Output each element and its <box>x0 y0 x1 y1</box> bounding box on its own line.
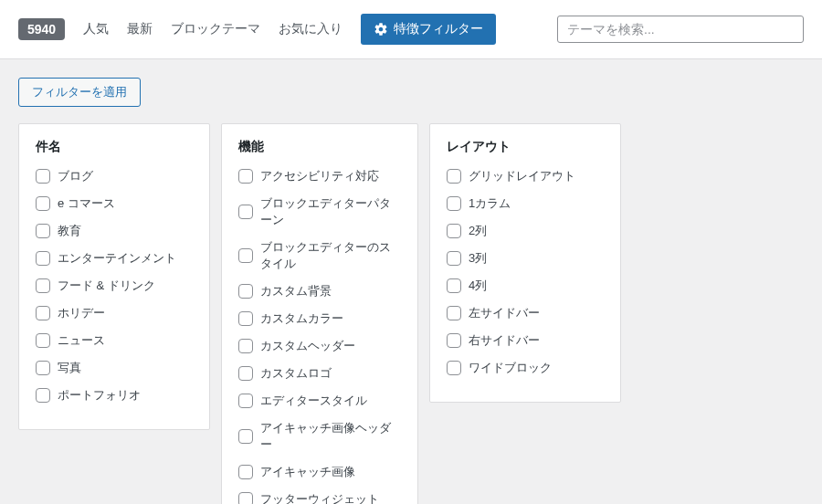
filter-checkbox[interactable] <box>447 169 461 184</box>
filter-item[interactable]: エンターテインメント <box>36 250 193 267</box>
filter-checkbox[interactable] <box>238 205 253 219</box>
filter-item[interactable]: ワイドブロック <box>447 360 604 376</box>
filter-item[interactable]: 左サイドバー <box>447 305 604 321</box>
filter-item[interactable]: 1カラム <box>447 195 604 212</box>
filter-checkbox[interactable] <box>447 361 461 375</box>
top-bar: 5940 人気 最新 ブロックテーマ お気に入り 特徴フィルター <box>0 0 822 59</box>
filter-item[interactable]: 右サイドバー <box>447 332 604 349</box>
search-wrap <box>557 16 804 43</box>
filter-checkbox[interactable] <box>238 429 253 444</box>
filter-checkbox[interactable] <box>238 169 253 184</box>
filter-item-label: ワイドブロック <box>469 360 552 376</box>
filter-checkbox[interactable] <box>36 333 50 348</box>
apply-filters-button[interactable]: フィルターを適用 <box>18 78 141 107</box>
filter-item[interactable]: ニュース <box>36 332 193 349</box>
filter-checkbox[interactable] <box>238 339 253 353</box>
filter-item-label: ブロックエディターのスタイル <box>260 239 401 272</box>
filter-item-label: エディタースタイル <box>260 393 367 409</box>
filter-checkbox[interactable] <box>238 248 253 263</box>
filter-item[interactable]: フード & ドリンク <box>36 278 193 294</box>
filter-item[interactable]: カスタムカラー <box>238 310 401 327</box>
filter-checkbox[interactable] <box>36 278 50 293</box>
search-input[interactable] <box>557 16 804 43</box>
tab-block-themes[interactable]: ブロックテーマ <box>171 21 260 37</box>
feature-filter-button[interactable]: 特徴フィルター <box>361 14 496 45</box>
feature-filter-label: 特徴フィルター <box>394 21 483 37</box>
filter-checkbox[interactable] <box>36 169 50 184</box>
filter-checkbox[interactable] <box>36 388 50 403</box>
filter-checkbox[interactable] <box>447 196 461 211</box>
filter-col-title: レイアウト <box>447 139 604 155</box>
tab-latest[interactable]: 最新 <box>127 21 153 37</box>
filter-item-label: 2列 <box>469 223 487 239</box>
filter-item-label: 左サイドバー <box>469 305 540 321</box>
filter-item-label: カスタムカラー <box>260 310 343 327</box>
filter-item[interactable]: ホリデー <box>36 305 193 321</box>
filter-checkbox[interactable] <box>238 394 253 408</box>
filter-item[interactable]: ブログ <box>36 168 193 184</box>
filter-item[interactable]: ブロックエディターパターン <box>238 195 401 228</box>
filter-checkbox[interactable] <box>36 224 50 238</box>
filter-checkbox[interactable] <box>447 333 461 348</box>
filter-checkbox[interactable] <box>447 306 461 320</box>
filter-item[interactable]: アイキャッチ画像ヘッダー <box>238 420 401 453</box>
filter-col-layout: レイアウト グリッドレイアウト1カラム2列3列4列左サイドバー右サイドバーワイド… <box>429 123 621 403</box>
filter-item-label: カスタムロゴ <box>260 365 332 382</box>
filter-checkbox[interactable] <box>447 224 461 238</box>
filter-col-subject: 件名 ブログe コマース教育エンターテインメントフード & ドリンクホリデーニュ… <box>18 123 210 430</box>
filter-item-label: フード & ドリンク <box>58 278 155 294</box>
filter-item-label: ポートフォリオ <box>58 387 141 404</box>
filter-item-label: 1カラム <box>469 195 511 212</box>
filter-item-label: 4列 <box>469 278 487 294</box>
filter-col-features: 機能 アクセシビリティ対応ブロックエディターパターンブロックエディターのスタイル… <box>221 123 418 504</box>
filter-item-label: ニュース <box>58 332 105 349</box>
filter-list-layout: グリッドレイアウト1カラム2列3列4列左サイドバー右サイドバーワイドブロック <box>447 168 604 376</box>
filter-item[interactable]: アクセシビリティ対応 <box>238 168 401 184</box>
filter-item-label: ホリデー <box>58 305 105 321</box>
filter-checkbox[interactable] <box>447 251 461 266</box>
tab-favorites[interactable]: お気に入り <box>279 21 342 37</box>
filter-item[interactable]: 2列 <box>447 223 604 239</box>
theme-count-badge: 5940 <box>18 18 65 40</box>
filter-col-title: 機能 <box>238 139 401 155</box>
tab-popular[interactable]: 人気 <box>83 21 109 37</box>
filter-item-label: フッターウィジェット <box>260 491 379 504</box>
filter-item[interactable]: カスタムロゴ <box>238 365 401 382</box>
filter-col-title: 件名 <box>36 139 193 155</box>
filter-checkbox[interactable] <box>447 278 461 293</box>
filter-item[interactable]: フッターウィジェット <box>238 491 401 504</box>
filter-item[interactable]: グリッドレイアウト <box>447 168 604 184</box>
filter-item[interactable]: エディタースタイル <box>238 393 401 409</box>
filter-item-label: 右サイドバー <box>469 332 540 349</box>
filter-checkbox[interactable] <box>36 251 50 266</box>
filter-item[interactable]: アイキャッチ画像 <box>238 464 401 480</box>
filter-item-label: アイキャッチ画像ヘッダー <box>260 420 401 453</box>
filter-item[interactable]: 写真 <box>36 360 193 376</box>
filter-checkbox[interactable] <box>238 492 253 504</box>
gear-icon <box>374 22 388 37</box>
filter-checkbox[interactable] <box>36 306 50 320</box>
filter-item-label: ブロックエディターパターン <box>260 195 401 228</box>
filter-list-subject: ブログe コマース教育エンターテインメントフード & ドリンクホリデーニュース写… <box>36 168 193 404</box>
filter-item[interactable]: 4列 <box>447 278 604 294</box>
filter-checkbox[interactable] <box>238 311 253 326</box>
filter-item-label: アクセシビリティ対応 <box>260 168 379 184</box>
filter-item[interactable]: ポートフォリオ <box>36 387 193 404</box>
filter-item[interactable]: ブロックエディターのスタイル <box>238 239 401 272</box>
filter-checkbox[interactable] <box>238 366 253 381</box>
filter-checkbox[interactable] <box>238 465 253 479</box>
filter-item-label: カスタム背景 <box>260 283 332 299</box>
filter-list-features: アクセシビリティ対応ブロックエディターパターンブロックエディターのスタイルカスタ… <box>238 168 401 504</box>
filter-checkbox[interactable] <box>36 196 50 211</box>
filter-item-label: 3列 <box>469 250 487 267</box>
filter-item-label: ブログ <box>58 168 93 184</box>
filter-item[interactable]: 教育 <box>36 223 193 239</box>
filter-item[interactable]: e コマース <box>36 195 193 212</box>
filter-content: フィルターを適用 件名 ブログe コマース教育エンターテインメントフード & ド… <box>0 59 822 504</box>
filter-item[interactable]: カスタム背景 <box>238 283 401 299</box>
filter-item[interactable]: 3列 <box>447 250 604 267</box>
filter-checkbox[interactable] <box>36 361 50 375</box>
filter-item-label: エンターテインメント <box>58 250 176 267</box>
filter-checkbox[interactable] <box>238 284 253 299</box>
filter-item[interactable]: カスタムヘッダー <box>238 338 401 354</box>
